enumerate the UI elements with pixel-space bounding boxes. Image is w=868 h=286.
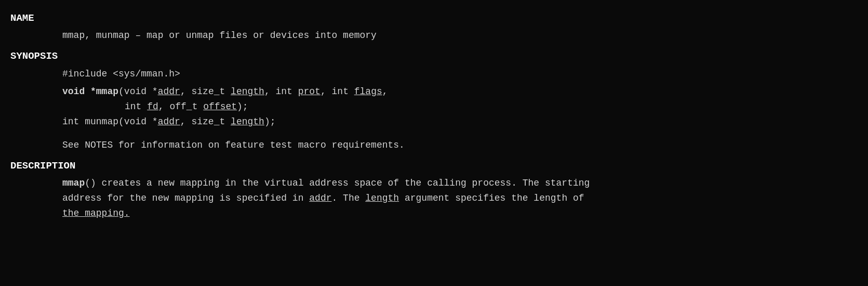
func1-p3: , int: [264, 86, 298, 97]
synopsis-func1-line2: int fd, off_t offset);: [10, 99, 858, 114]
func1-mmap: mmap: [96, 86, 118, 97]
description-section: DESCRIPTION mmap() creates a new mapping…: [10, 158, 858, 221]
synopsis-notes: See NOTES for information on feature tes…: [10, 138, 858, 153]
func2-p3: );: [237, 101, 248, 112]
synopsis-heading: SYNOPSIS: [10, 48, 858, 64]
func1-void: void *: [62, 86, 96, 97]
func1-prot: prot: [298, 86, 321, 97]
func2-fd: fd: [147, 101, 158, 112]
func1-flags: flags: [354, 86, 382, 97]
synopsis-munmap-line: int munmap(void *addr, size_t length);: [10, 114, 858, 129]
func3-p2: , size_t: [180, 116, 231, 127]
func1-p1: (void *: [118, 86, 158, 97]
func2-offset: offset: [203, 101, 237, 112]
desc-addr: addr: [309, 193, 331, 203]
synopsis-section: SYNOPSIS #include <sys/mman.h> void *mma…: [10, 48, 858, 152]
func3-length: length: [231, 116, 264, 127]
description-content: mmap() creates a new mapping in the virt…: [10, 176, 858, 220]
func3-p3: );: [264, 116, 276, 127]
name-content: mmap, munmap – map or unmap files or dev…: [10, 28, 858, 43]
func1-p2: , size_t: [180, 86, 231, 97]
description-heading: DESCRIPTION: [10, 158, 858, 174]
name-section: NAME mmap, munmap – map or unmap files o…: [10, 10, 858, 43]
func1-p4: , int: [321, 86, 354, 97]
desc-text2-p3: argument specifies the length of: [399, 193, 584, 203]
func1-length: length: [231, 86, 264, 97]
desc-mapping: the mapping.: [62, 208, 130, 218]
func3-p1: int munmap(void *: [62, 116, 158, 127]
func2-p1: int: [125, 101, 147, 112]
func1-addr: addr: [158, 86, 180, 97]
desc-text2-p2: . The: [332, 193, 366, 203]
desc-length: length: [365, 193, 399, 203]
synopsis-func1-line1: void *mmap(void *addr, size_t length, in…: [10, 84, 858, 99]
desc-text2-p1: address for the new mapping is specified…: [62, 193, 309, 203]
name-heading: NAME: [10, 10, 858, 26]
func2-p2: , off_t: [158, 101, 203, 112]
desc-text1: () creates a new mapping in the virtual …: [85, 178, 590, 188]
func3-addr: addr: [158, 116, 180, 127]
desc-mmap-bold: mmap: [62, 178, 85, 188]
synopsis-include: #include <sys/mman.h>: [10, 67, 858, 82]
func1-p5: ,: [382, 86, 388, 97]
